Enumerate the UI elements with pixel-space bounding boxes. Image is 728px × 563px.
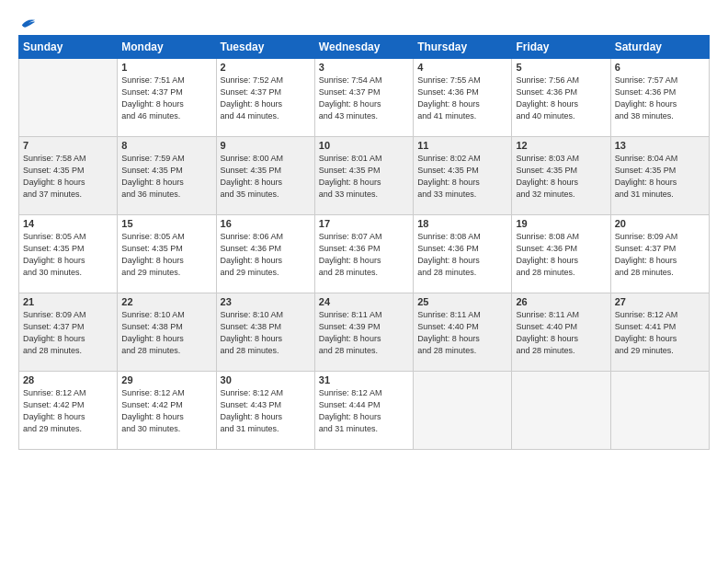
day-info: Sunrise: 8:09 AMSunset: 4:37 PMDaylight:… bbox=[615, 231, 705, 279]
calendar-day-cell: 28Sunrise: 8:12 AMSunset: 4:42 PMDayligh… bbox=[19, 372, 118, 450]
day-number: 20 bbox=[615, 218, 705, 229]
calendar-day-cell: 1Sunrise: 7:51 AMSunset: 4:37 PMDaylight… bbox=[118, 59, 216, 137]
calendar-day-cell: 3Sunrise: 7:54 AMSunset: 4:37 PMDaylight… bbox=[314, 59, 413, 137]
calendar-day-cell: 16Sunrise: 8:06 AMSunset: 4:36 PMDayligh… bbox=[216, 215, 314, 293]
day-number: 14 bbox=[23, 218, 113, 229]
calendar-day-cell bbox=[414, 372, 512, 450]
day-info: Sunrise: 8:12 AMSunset: 4:42 PMDaylight:… bbox=[121, 387, 211, 435]
calendar-day-cell: 19Sunrise: 8:08 AMSunset: 4:36 PMDayligh… bbox=[512, 215, 610, 293]
day-number: 4 bbox=[417, 62, 507, 73]
day-info: Sunrise: 7:56 AMSunset: 4:36 PMDaylight:… bbox=[516, 75, 606, 122]
calendar-table: SundayMondayTuesdayWednesdayThursdayFrid… bbox=[18, 35, 710, 450]
day-number: 29 bbox=[121, 374, 211, 385]
calendar-day-cell: 14Sunrise: 8:05 AMSunset: 4:35 PMDayligh… bbox=[19, 215, 118, 293]
day-info: Sunrise: 8:12 AMSunset: 4:43 PMDaylight:… bbox=[221, 387, 311, 435]
day-info: Sunrise: 8:02 AMSunset: 4:35 PMDaylight:… bbox=[417, 153, 507, 201]
calendar-week-row: 7Sunrise: 7:58 AMSunset: 4:35 PMDaylight… bbox=[19, 137, 710, 215]
day-number: 3 bbox=[319, 62, 409, 73]
calendar-week-row: 1Sunrise: 7:51 AMSunset: 4:37 PMDaylight… bbox=[19, 59, 710, 137]
day-info: Sunrise: 8:11 AMSunset: 4:39 PMDaylight:… bbox=[319, 309, 409, 357]
calendar-day-cell: 6Sunrise: 7:57 AMSunset: 4:36 PMDaylight… bbox=[610, 59, 709, 137]
day-number: 6 bbox=[615, 62, 705, 73]
day-number: 21 bbox=[23, 296, 113, 307]
day-info: Sunrise: 8:12 AMSunset: 4:41 PMDaylight:… bbox=[615, 309, 705, 357]
day-info: Sunrise: 8:09 AMSunset: 4:37 PMDaylight:… bbox=[23, 309, 113, 357]
day-number: 30 bbox=[221, 374, 311, 385]
calendar-header-sunday: Sunday bbox=[19, 36, 118, 59]
calendar-day-cell: 12Sunrise: 8:03 AMSunset: 4:35 PMDayligh… bbox=[512, 137, 610, 215]
calendar-day-cell: 26Sunrise: 8:11 AMSunset: 4:40 PMDayligh… bbox=[512, 293, 610, 372]
day-info: Sunrise: 8:04 AMSunset: 4:35 PMDaylight:… bbox=[615, 153, 705, 201]
day-number: 25 bbox=[417, 296, 507, 307]
day-info: Sunrise: 7:57 AMSunset: 4:36 PMDaylight:… bbox=[615, 75, 705, 122]
calendar-day-cell: 21Sunrise: 8:09 AMSunset: 4:37 PMDayligh… bbox=[19, 293, 118, 372]
day-number: 28 bbox=[23, 374, 113, 385]
calendar-day-cell: 20Sunrise: 8:09 AMSunset: 4:37 PMDayligh… bbox=[610, 215, 709, 293]
day-info: Sunrise: 7:52 AMSunset: 4:37 PMDaylight:… bbox=[221, 75, 311, 122]
day-number: 10 bbox=[319, 140, 409, 151]
calendar-day-cell: 25Sunrise: 8:11 AMSunset: 4:40 PMDayligh… bbox=[414, 293, 512, 372]
calendar-day-cell: 2Sunrise: 7:52 AMSunset: 4:37 PMDaylight… bbox=[216, 59, 314, 137]
calendar-header-row: SundayMondayTuesdayWednesdayThursdayFrid… bbox=[19, 36, 710, 59]
calendar-header-tuesday: Tuesday bbox=[216, 36, 314, 59]
day-number: 8 bbox=[121, 140, 211, 151]
calendar-header-monday: Monday bbox=[118, 36, 216, 59]
calendar-day-cell: 24Sunrise: 8:11 AMSunset: 4:39 PMDayligh… bbox=[314, 293, 413, 372]
day-info: Sunrise: 8:12 AMSunset: 4:44 PMDaylight:… bbox=[319, 387, 409, 435]
calendar-header-thursday: Thursday bbox=[414, 36, 512, 59]
calendar-week-row: 28Sunrise: 8:12 AMSunset: 4:42 PMDayligh… bbox=[19, 372, 710, 450]
calendar-week-row: 14Sunrise: 8:05 AMSunset: 4:35 PMDayligh… bbox=[19, 215, 710, 293]
calendar-day-cell: 9Sunrise: 8:00 AMSunset: 4:35 PMDaylight… bbox=[216, 137, 314, 215]
day-info: Sunrise: 8:03 AMSunset: 4:35 PMDaylight:… bbox=[516, 153, 606, 201]
day-info: Sunrise: 8:07 AMSunset: 4:36 PMDaylight:… bbox=[319, 231, 409, 279]
day-info: Sunrise: 8:05 AMSunset: 4:35 PMDaylight:… bbox=[121, 231, 211, 279]
day-number: 24 bbox=[319, 296, 409, 307]
day-info: Sunrise: 7:58 AMSunset: 4:35 PMDaylight:… bbox=[23, 153, 113, 201]
calendar-day-cell bbox=[512, 372, 610, 450]
calendar-header-wednesday: Wednesday bbox=[314, 36, 413, 59]
header bbox=[18, 17, 710, 28]
calendar-day-cell: 31Sunrise: 8:12 AMSunset: 4:44 PMDayligh… bbox=[314, 372, 413, 450]
day-number: 12 bbox=[516, 140, 606, 151]
calendar-day-cell: 29Sunrise: 8:12 AMSunset: 4:42 PMDayligh… bbox=[118, 372, 216, 450]
day-info: Sunrise: 8:10 AMSunset: 4:38 PMDaylight:… bbox=[121, 309, 211, 357]
day-number: 19 bbox=[516, 218, 606, 229]
calendar-header-saturday: Saturday bbox=[610, 36, 709, 59]
day-info: Sunrise: 8:00 AMSunset: 4:35 PMDaylight:… bbox=[221, 153, 311, 201]
calendar-day-cell: 7Sunrise: 7:58 AMSunset: 4:35 PMDaylight… bbox=[19, 137, 118, 215]
day-number: 5 bbox=[516, 62, 606, 73]
day-number: 27 bbox=[615, 296, 705, 307]
day-number: 2 bbox=[221, 62, 311, 73]
calendar-day-cell: 5Sunrise: 7:56 AMSunset: 4:36 PMDaylight… bbox=[512, 59, 610, 137]
day-info: Sunrise: 8:11 AMSunset: 4:40 PMDaylight:… bbox=[417, 309, 507, 357]
calendar-header-friday: Friday bbox=[512, 36, 610, 59]
calendar-day-cell: 22Sunrise: 8:10 AMSunset: 4:38 PMDayligh… bbox=[118, 293, 216, 372]
calendar-day-cell: 27Sunrise: 8:12 AMSunset: 4:41 PMDayligh… bbox=[610, 293, 709, 372]
day-info: Sunrise: 8:12 AMSunset: 4:42 PMDaylight:… bbox=[23, 387, 113, 435]
calendar-week-row: 21Sunrise: 8:09 AMSunset: 4:37 PMDayligh… bbox=[19, 293, 710, 372]
calendar-day-cell: 10Sunrise: 8:01 AMSunset: 4:35 PMDayligh… bbox=[314, 137, 413, 215]
calendar-day-cell: 11Sunrise: 8:02 AMSunset: 4:35 PMDayligh… bbox=[414, 137, 512, 215]
calendar-day-cell: 30Sunrise: 8:12 AMSunset: 4:43 PMDayligh… bbox=[216, 372, 314, 450]
page: SundayMondayTuesdayWednesdayThursdayFrid… bbox=[0, 0, 728, 563]
day-info: Sunrise: 8:10 AMSunset: 4:38 PMDaylight:… bbox=[221, 309, 311, 357]
logo-bird-icon bbox=[20, 17, 37, 29]
day-number: 31 bbox=[319, 374, 409, 385]
day-number: 16 bbox=[221, 218, 311, 229]
day-number: 7 bbox=[23, 140, 113, 151]
logo bbox=[18, 17, 37, 28]
day-number: 11 bbox=[417, 140, 507, 151]
day-number: 9 bbox=[221, 140, 311, 151]
calendar-day-cell bbox=[19, 59, 118, 137]
day-info: Sunrise: 7:51 AMSunset: 4:37 PMDaylight:… bbox=[121, 75, 211, 122]
day-info: Sunrise: 8:08 AMSunset: 4:36 PMDaylight:… bbox=[417, 231, 507, 279]
calendar-day-cell: 8Sunrise: 7:59 AMSunset: 4:35 PMDaylight… bbox=[118, 137, 216, 215]
calendar-day-cell: 15Sunrise: 8:05 AMSunset: 4:35 PMDayligh… bbox=[118, 215, 216, 293]
day-info: Sunrise: 8:11 AMSunset: 4:40 PMDaylight:… bbox=[516, 309, 606, 357]
day-number: 15 bbox=[121, 218, 211, 229]
calendar-day-cell: 13Sunrise: 8:04 AMSunset: 4:35 PMDayligh… bbox=[610, 137, 709, 215]
day-number: 13 bbox=[615, 140, 705, 151]
calendar-day-cell bbox=[610, 372, 709, 450]
day-info: Sunrise: 7:55 AMSunset: 4:36 PMDaylight:… bbox=[417, 75, 507, 122]
day-number: 23 bbox=[221, 296, 311, 307]
